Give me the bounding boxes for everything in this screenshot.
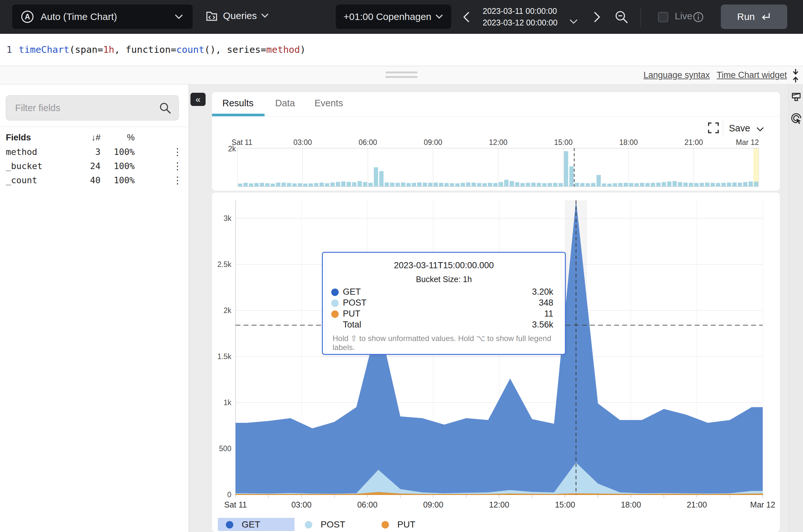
search-icon: [159, 102, 172, 115]
query-token: (), series=: [204, 44, 266, 55]
chevron-down-icon[interactable]: [756, 127, 764, 132]
queries-label: Queries: [223, 10, 257, 21]
svg-text:3k: 3k: [224, 214, 232, 223]
svg-text:03:00: 03:00: [291, 500, 312, 509]
tab-results[interactable]: Results: [222, 98, 254, 109]
svg-text:0: 0: [227, 491, 231, 499]
time-range-display[interactable]: 2023-03-11 00:00:00 2023-03-12 00:00:00: [483, 5, 558, 28]
filter-fields-input[interactable]: [6, 95, 179, 120]
query-token: , function=: [114, 44, 176, 55]
legend-item-put[interactable]: PUT: [381, 518, 415, 531]
tooltip-series-label: PUT: [343, 309, 360, 319]
tabs-border: [212, 116, 780, 117]
tab-events[interactable]: Events: [315, 98, 343, 109]
time-back-button[interactable]: [462, 11, 471, 23]
legend-item-post[interactable]: POST: [305, 518, 345, 531]
timezone-label: +01:00 Copenhagen: [343, 11, 431, 22]
svg-text:06:00: 06:00: [359, 138, 377, 147]
save-button[interactable]: Save: [729, 123, 750, 134]
svg-text:12:00: 12:00: [489, 138, 507, 147]
run-label: Run: [737, 11, 755, 22]
tooltip-hint: Hold ⇧ to show unformatted values. Hold …: [333, 334, 565, 352]
field-count: 3: [95, 147, 100, 157]
tooltip-total-label: Total: [343, 320, 361, 330]
legend-item-get[interactable]: GET: [226, 518, 260, 531]
chevron-down-icon: [435, 14, 443, 20]
click-target-icon[interactable]: [790, 112, 802, 125]
fields-sidebar: Fields ↓# % method 3 100% ⋮ _bucket 24 1…: [0, 84, 188, 532]
query-token: ): [300, 44, 305, 55]
svg-text:1.5k: 1.5k: [218, 352, 232, 361]
circled-a-icon: A: [21, 11, 34, 23]
tooltip-series-label: POST: [343, 298, 367, 308]
time-range-chevron-icon[interactable]: [569, 19, 578, 25]
svg-text:21:00: 21:00: [685, 138, 703, 147]
tab-data[interactable]: Data: [275, 98, 295, 109]
field-name: method: [6, 147, 37, 157]
fullscreen-icon[interactable]: [707, 122, 720, 134]
svg-text:12:00: 12:00: [489, 500, 509, 509]
collapse-editor-icon[interactable]: [789, 68, 802, 83]
time-chart-widget-link[interactable]: Time Chart widget: [717, 70, 787, 80]
field-count: 24: [90, 161, 100, 171]
live-checkbox[interactable]: [658, 12, 668, 22]
percent-header[interactable]: %: [127, 133, 135, 142]
svg-text:15:00: 15:00: [554, 138, 573, 147]
query-editor[interactable]: 1 timeChart(span=1h, function=count(), s…: [0, 34, 803, 66]
query-text[interactable]: timeChart(span=1h, function=count(), ser…: [19, 44, 306, 55]
field-percent: 100%: [114, 175, 135, 185]
chart-tooltip: 2023-03-11T15:00:00.000 Bucket Size: 1h …: [322, 252, 566, 355]
style-brush-icon[interactable]: [790, 92, 802, 104]
field-percent: 100%: [114, 147, 135, 157]
topbar: A Auto (Time Chart) Queries +01:00 Copen…: [0, 0, 803, 34]
sort-count-header[interactable]: ↓#: [91, 133, 100, 142]
timechart-card: 05001k1.5k2k2.5k3kSat 1103:0006:0009:001…: [212, 193, 780, 532]
svg-text:1k: 1k: [224, 398, 232, 407]
svg-text:21:00: 21:00: [687, 500, 707, 509]
svg-text:18:00: 18:00: [619, 138, 638, 147]
info-icon[interactable]: [693, 12, 704, 22]
field-row-count[interactable]: _count 40 100% ⋮: [0, 173, 188, 187]
language-syntax-link[interactable]: Language syntax: [643, 70, 710, 80]
field-row-method[interactable]: method 3 100% ⋮: [0, 145, 188, 159]
view-selector-button[interactable]: A Auto (Time Chart): [12, 4, 193, 29]
topbar-divider: [640, 7, 641, 27]
tooltip-total-value: 3.56k: [532, 320, 553, 330]
kebab-menu-icon[interactable]: ⋮: [173, 160, 182, 172]
tooltip-row-post: POST 348: [323, 298, 565, 309]
field-name: _count: [6, 175, 37, 185]
tooltip-series-label: GET: [343, 287, 361, 297]
time-forward-button[interactable]: [592, 11, 602, 23]
tooltip-row-put: PUT 11: [323, 309, 565, 320]
timezone-button[interactable]: +01:00 Copenhagen: [336, 4, 451, 29]
timechart-area-chart[interactable]: 05001k1.5k2k2.5k3kSat 1103:0006:0009:001…: [212, 193, 780, 532]
kebab-menu-icon[interactable]: ⋮: [173, 174, 182, 186]
series-dot-put: [331, 310, 339, 318]
tooltip-timestamp: 2023-03-11T15:00:00.000: [323, 261, 565, 270]
queries-menu-button[interactable]: Queries: [205, 9, 269, 22]
fields-table-header: Fields ↓# %: [0, 133, 188, 146]
svg-text:Mar 12: Mar 12: [736, 138, 759, 147]
legend-label: GET: [242, 519, 260, 530]
legend-dot-get: [226, 521, 233, 529]
field-count: 40: [90, 175, 100, 185]
right-tool-strip: [788, 84, 803, 532]
field-row-bucket[interactable]: _bucket 24 100% ⋮: [0, 159, 188, 173]
drag-handle[interactable]: [386, 72, 417, 73]
tooltip-row-get: GET 3.20k: [323, 287, 565, 298]
time-range-start: 2023-03-11 00:00:00: [483, 5, 558, 17]
tooltip-series-value: 3.20k: [532, 287, 553, 297]
collapse-sidebar-button[interactable]: «: [190, 93, 206, 106]
query-token: timeChart: [19, 44, 69, 55]
event-histogram-chart[interactable]: Sat 1103:0006:0009:0012:0015:0018:0021:0…: [212, 137, 780, 191]
svg-text:2k: 2k: [228, 145, 236, 153]
run-button[interactable]: Run: [721, 4, 787, 29]
results-card: Results Data Events Save Sat 1103:0006:0…: [212, 92, 780, 191]
drag-handle[interactable]: [386, 76, 417, 78]
zoom-out-icon[interactable]: [614, 10, 629, 24]
query-token: method: [266, 44, 300, 55]
splitter-strip: Language syntax Time Chart widget: [0, 66, 803, 84]
queries-folder-icon: [205, 9, 219, 22]
tooltip-bucket-size: Bucket Size: 1h: [323, 275, 565, 284]
kebab-menu-icon[interactable]: ⋮: [173, 146, 182, 157]
